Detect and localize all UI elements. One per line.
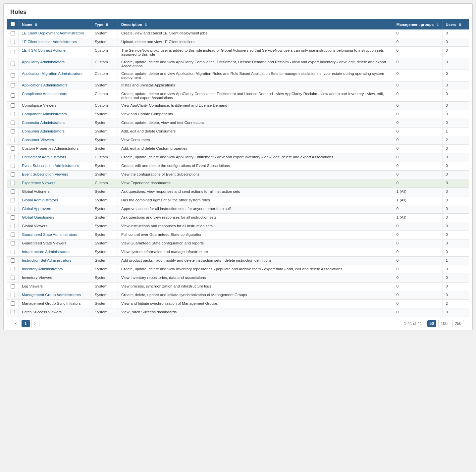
role-link[interactable]: Compliance Administrators bbox=[22, 92, 67, 96]
row-type-cell: System bbox=[91, 38, 118, 47]
row-type-cell: System bbox=[91, 205, 118, 214]
row-management-groups-cell: 0 bbox=[393, 110, 442, 119]
row-checkbox[interactable] bbox=[11, 40, 15, 44]
row-users-cell: 0 bbox=[442, 110, 469, 119]
row-checkbox[interactable] bbox=[11, 241, 15, 245]
row-checkbox-cell bbox=[7, 70, 19, 81]
row-checkbox-cell bbox=[7, 162, 19, 171]
row-description-cell: View Patch Success dashboards bbox=[118, 308, 393, 317]
role-link[interactable]: Component Administrators bbox=[22, 112, 67, 116]
row-checkbox[interactable] bbox=[11, 198, 15, 202]
select-all-checkbox[interactable] bbox=[11, 22, 15, 26]
row-checkbox[interactable] bbox=[11, 62, 15, 66]
role-link[interactable]: Management Group Administrators bbox=[22, 293, 81, 297]
row-checkbox[interactable] bbox=[11, 233, 15, 237]
role-link[interactable]: Global Approvers bbox=[22, 207, 51, 211]
table-row: Guaranteed State AdministratorsSystemFul… bbox=[7, 231, 469, 239]
row-description-cell: Create, delete, update and initiate sync… bbox=[118, 291, 393, 300]
page-size-100[interactable]: 100 bbox=[438, 320, 450, 327]
role-link[interactable]: Connector Administrators bbox=[22, 121, 65, 125]
row-checkbox[interactable] bbox=[11, 181, 15, 185]
page-size-50[interactable]: 50 bbox=[427, 320, 436, 327]
row-checkbox[interactable] bbox=[11, 189, 15, 194]
row-checkbox-cell bbox=[7, 205, 19, 214]
row-checkbox[interactable] bbox=[11, 267, 15, 271]
row-checkbox-cell bbox=[7, 231, 19, 239]
row-checkbox[interactable] bbox=[11, 250, 15, 254]
role-link[interactable]: Event Subscription Administrators bbox=[22, 164, 79, 168]
th-type[interactable]: Type ⇅ bbox=[91, 19, 118, 29]
table-body: 1E Client Deployment AdministratorsSyste… bbox=[7, 29, 469, 317]
row-checkbox[interactable] bbox=[11, 103, 15, 108]
row-checkbox[interactable] bbox=[11, 284, 15, 288]
table-row: Log ViewersSystemView process, synchroni… bbox=[7, 283, 469, 291]
role-link[interactable]: 1E Client Deployment Administrators bbox=[22, 31, 84, 35]
role-link[interactable]: Instruction Set Administrators bbox=[22, 258, 72, 262]
row-type-cell: System bbox=[91, 136, 118, 145]
row-name-cell: Global Viewers bbox=[19, 222, 91, 231]
row-checkbox[interactable] bbox=[11, 155, 15, 159]
role-link[interactable]: Event Subscription Viewers bbox=[22, 172, 68, 176]
row-checkbox[interactable] bbox=[11, 146, 15, 151]
th-management-groups[interactable]: Management groups ⇅ bbox=[393, 19, 442, 29]
role-link[interactable]: Application Migration Administrators bbox=[22, 72, 82, 76]
pagination-count: 1-41 of 41 bbox=[404, 321, 422, 326]
row-checkbox[interactable] bbox=[11, 301, 15, 306]
current-page[interactable]: 1 bbox=[22, 320, 30, 327]
table-row: Instruction Set AdministratorsSystemAdd … bbox=[7, 257, 469, 265]
role-link[interactable]: Experience Viewers bbox=[22, 181, 55, 185]
row-checkbox[interactable] bbox=[11, 172, 15, 177]
row-name-cell: 1E Client Deployment Administrators bbox=[19, 29, 91, 38]
row-name-cell: Event Subscription Viewers bbox=[19, 171, 91, 179]
row-checkbox[interactable] bbox=[11, 164, 15, 168]
row-checkbox-cell bbox=[7, 265, 19, 274]
row-checkbox[interactable] bbox=[11, 310, 15, 314]
next-page-button[interactable]: > bbox=[31, 320, 39, 327]
row-type-cell: System bbox=[91, 248, 118, 257]
role-link[interactable]: Global Administrators bbox=[22, 198, 58, 202]
role-link[interactable]: Infrastructure Administrators bbox=[22, 250, 70, 254]
role-link[interactable]: Inventory Administrators bbox=[22, 267, 63, 271]
role-link[interactable]: Entitlement Administrators bbox=[22, 155, 66, 159]
th-description[interactable]: Description ⇅ bbox=[118, 19, 393, 29]
row-checkbox[interactable] bbox=[11, 112, 15, 116]
row-checkbox[interactable] bbox=[11, 224, 15, 228]
th-users[interactable]: Users ⇅ bbox=[442, 19, 469, 29]
row-checkbox[interactable] bbox=[11, 73, 15, 78]
row-checkbox[interactable] bbox=[11, 93, 15, 98]
sort-name-icon: ⇅ bbox=[35, 23, 37, 26]
role-link[interactable]: Guaranteed State Administrators bbox=[22, 233, 77, 236]
pagination-left: < 1 > bbox=[12, 320, 39, 327]
row-type-cell: System bbox=[91, 308, 118, 317]
row-checkbox[interactable] bbox=[11, 50, 15, 54]
row-checkbox[interactable] bbox=[11, 129, 15, 133]
role-link[interactable]: Consumer Viewers bbox=[22, 138, 54, 142]
row-management-groups-cell: 0 bbox=[393, 58, 442, 70]
table-row: 1E Client Deployment AdministratorsSyste… bbox=[7, 29, 469, 38]
select-all-header[interactable] bbox=[7, 19, 19, 29]
page-size-250[interactable]: 250 bbox=[452, 320, 464, 327]
row-description-cell: The ServiceNow proxy user is added to th… bbox=[118, 47, 393, 58]
role-link[interactable]: Consumer Administrators bbox=[22, 129, 65, 133]
row-checkbox[interactable] bbox=[11, 31, 15, 35]
row-checkbox[interactable] bbox=[11, 207, 15, 211]
role-link[interactable]: 1E Client Installer Administrators bbox=[22, 40, 77, 44]
row-checkbox[interactable] bbox=[11, 83, 15, 87]
row-checkbox[interactable] bbox=[11, 215, 15, 220]
row-checkbox[interactable] bbox=[11, 293, 15, 297]
row-checkbox[interactable] bbox=[11, 276, 15, 280]
role-link[interactable]: AppClarity Administrators bbox=[22, 60, 65, 64]
row-type-cell: System bbox=[91, 128, 118, 136]
role-link[interactable]: Applications Administrators bbox=[22, 83, 68, 87]
row-users-cell: 0 bbox=[442, 38, 469, 47]
role-link[interactable]: 1E ITSM Connect Actioner bbox=[22, 48, 67, 52]
prev-page-button[interactable]: < bbox=[12, 320, 20, 327]
th-name[interactable]: Name ⇅ bbox=[19, 19, 91, 29]
row-checkbox[interactable] bbox=[11, 121, 15, 125]
row-checkbox[interactable] bbox=[11, 258, 15, 263]
role-link[interactable]: Global Questioners bbox=[22, 215, 54, 219]
row-management-groups-cell: 0 bbox=[393, 274, 442, 283]
table-row: Event Subscription AdministratorsSystemC… bbox=[7, 162, 469, 171]
row-checkbox-cell bbox=[7, 102, 19, 110]
row-checkbox[interactable] bbox=[11, 138, 15, 142]
